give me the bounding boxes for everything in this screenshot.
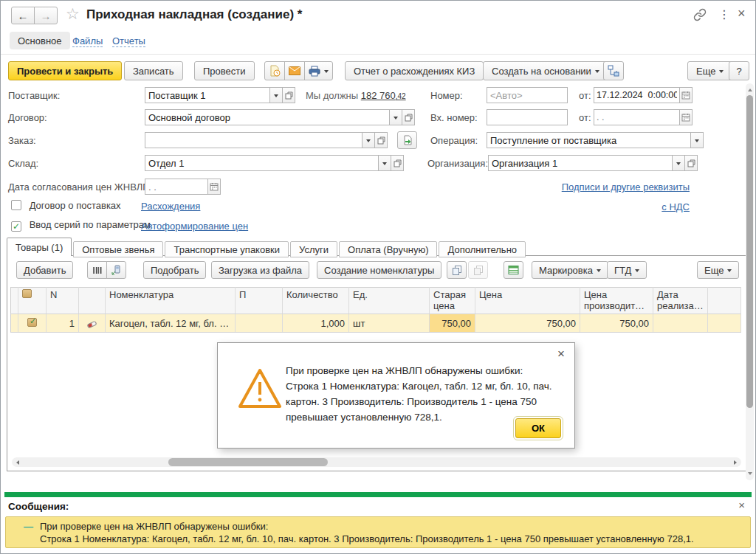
related-documents-button[interactable]	[603, 61, 624, 80]
scroll-up-arrow[interactable]	[748, 86, 752, 91]
series-checkbox[interactable]	[11, 221, 21, 232]
messages-close-button[interactable]: ×	[738, 499, 745, 510]
cell-nomenclature[interactable]: Кагоцел, табл. 12 мг, бл. 10, п...	[106, 314, 236, 333]
organization-input[interactable]	[488, 155, 673, 171]
vertical-scrollbar[interactable]	[746, 83, 754, 480]
tab-services[interactable]: Услуги	[290, 241, 337, 257]
horizontal-scrollbar[interactable]	[12, 457, 741, 467]
nav-tab-main[interactable]: Основное	[10, 32, 70, 49]
organization-dropdown-button[interactable]	[673, 155, 685, 171]
dialog-close-button[interactable]: ×	[557, 347, 565, 360]
save-button[interactable]: Записать	[124, 61, 183, 80]
row-indicator-header	[11, 288, 18, 314]
contract-open-button[interactable]	[402, 109, 415, 125]
tab-goods[interactable]: Товары (1)	[7, 238, 72, 256]
cell-price[interactable]: 750,00	[475, 314, 580, 333]
tab-wholesale-links[interactable]: Оптовые звенья	[73, 241, 163, 257]
list-settings-button[interactable]	[504, 261, 523, 279]
create-nomenclature-button[interactable]: Создание номенклатуры	[317, 261, 441, 279]
help-button[interactable]: ?	[729, 61, 749, 80]
order-open-button[interactable]	[375, 132, 388, 148]
cell-producer-price[interactable]: 750,00	[580, 314, 653, 333]
organization-open-button[interactable]	[685, 155, 698, 171]
incoming-number-input[interactable]	[487, 109, 568, 125]
col-header-type	[79, 288, 106, 314]
cell-sale-date[interactable]	[653, 314, 708, 333]
scroll-left-arrow[interactable]	[14, 460, 19, 465]
row-status-cell[interactable]	[18, 314, 47, 333]
favorite-star-icon[interactable]: ☆	[66, 5, 80, 23]
load-from-file-button[interactable]: Загрузка из файла	[211, 261, 309, 279]
contract-dropdown-button[interactable]	[390, 109, 402, 125]
incoming-date-calendar-button[interactable]	[680, 109, 693, 125]
fill-from-order-button[interactable]	[397, 131, 417, 149]
cell-old-price[interactable]: 750,00	[430, 314, 475, 333]
data-terminal-button[interactable]	[106, 261, 126, 279]
marking-button[interactable]: Маркировка	[532, 261, 608, 279]
supplier-input[interactable]	[145, 87, 270, 103]
more-button[interactable]: Еще	[687, 61, 732, 80]
autoprice-link[interactable]: Автоформирование цен	[141, 221, 248, 232]
tab-transport-packages[interactable]: Транспортные упаковки	[165, 241, 289, 257]
get-link-button[interactable]	[693, 8, 707, 24]
send-email-button[interactable]	[284, 61, 305, 80]
incoming-date-input[interactable]	[594, 109, 680, 125]
signatures-link[interactable]: Подписи и другие реквизиты	[562, 181, 690, 193]
cell-n[interactable]: 1	[47, 314, 79, 333]
cell-p[interactable]	[236, 314, 283, 333]
warehouse-input[interactable]	[145, 155, 379, 171]
scroll-down-arrow[interactable]	[748, 472, 752, 477]
envelope-icon	[289, 66, 300, 75]
warehouse-dropdown-button[interactable]	[379, 155, 391, 171]
copy-rows-button[interactable]	[447, 261, 467, 279]
order-input[interactable]	[145, 132, 362, 148]
pick-items-button[interactable]: Подобрать	[143, 261, 206, 279]
message-item[interactable]: — При проверке цен на ЖНВЛП обнаружены о…	[5, 516, 751, 548]
number-input[interactable]	[487, 87, 568, 103]
debt-amount-link[interactable]: 182 760,42	[361, 90, 406, 101]
nav-tab-files[interactable]: Файлы	[72, 35, 103, 47]
date-calendar-button[interactable]	[680, 87, 693, 103]
supplier-open-button[interactable]	[283, 87, 295, 103]
add-row-button[interactable]: Добавить	[16, 261, 73, 279]
table-more-button[interactable]: Еще	[697, 261, 739, 279]
contract-input[interactable]	[145, 109, 390, 125]
window-close-button[interactable]: ×	[738, 6, 746, 21]
scan-barcode-button[interactable]	[87, 261, 107, 279]
cell-type[interactable]	[79, 314, 106, 333]
post-document-button[interactable]	[264, 61, 285, 80]
vat-link[interactable]: с НДС	[662, 201, 690, 212]
discrepancies-link[interactable]: Расхождения	[141, 201, 200, 212]
create-based-on-button[interactable]: Создать на основании	[483, 61, 608, 80]
dialog-ok-button[interactable]: ОК	[515, 418, 561, 438]
post-and-close-button[interactable]: Провести и закрыть	[8, 61, 122, 80]
cell-unit[interactable]: шт	[349, 314, 430, 333]
kiz-report-button[interactable]: Отчет о расхождениях КИЗ	[345, 61, 484, 80]
row-indicator-cell[interactable]	[11, 314, 18, 333]
cell-quantity[interactable]: 1,000	[283, 314, 349, 333]
order-dropdown-button[interactable]	[362, 132, 375, 148]
operation-input[interactable]	[487, 132, 691, 148]
messages-splitter[interactable]	[4, 492, 752, 497]
horizontal-scrollbar-thumb[interactable]	[168, 458, 328, 466]
zhnvlp-date-input[interactable]	[145, 179, 208, 195]
zhnvlp-date-label: Дата согласования цен ЖНВЛП:	[8, 181, 152, 193]
zhnvlp-calendar-button[interactable]	[208, 179, 221, 195]
tab-additional[interactable]: Дополнительно	[439, 241, 526, 257]
back-button[interactable]: ←	[11, 7, 35, 24]
warehouse-open-button[interactable]	[391, 155, 404, 171]
forward-button[interactable]: →	[34, 7, 58, 24]
operation-dropdown-button[interactable]	[691, 132, 704, 148]
print-button[interactable]	[304, 61, 333, 80]
nav-tab-reports[interactable]: Отчеты	[112, 35, 145, 47]
tab-payment[interactable]: Оплата (Вручную)	[339, 241, 437, 257]
gtd-button[interactable]: ГТД	[607, 261, 647, 279]
post-button[interactable]: Провести	[194, 61, 255, 80]
vertical-scrollbar-thumb[interactable]	[746, 95, 753, 408]
supply-contract-checkbox[interactable]	[11, 200, 21, 210]
scroll-right-arrow[interactable]	[734, 460, 739, 465]
window-menu-button[interactable]: ⋮	[718, 7, 730, 21]
date-input[interactable]	[594, 87, 680, 103]
paste-rows-button[interactable]	[468, 261, 488, 279]
supplier-dropdown-button[interactable]	[270, 87, 283, 103]
